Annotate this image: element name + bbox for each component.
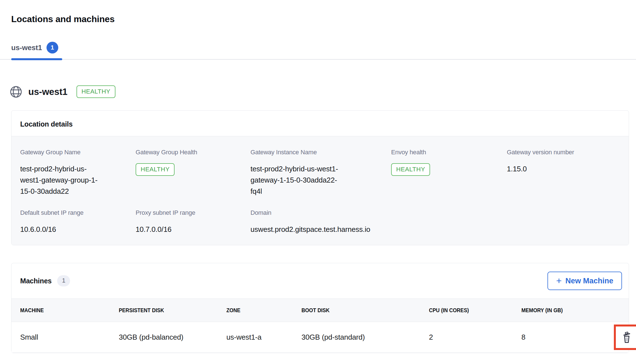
location-heading: us-west1 HEALTHY [10, 85, 636, 98]
tab-bar: us-west1 1 [0, 42, 636, 60]
machines-card: Machines 1 + New Machine MACHINE PERSIST… [11, 263, 629, 353]
field-value: test-prod2-hybrid-us-west1-gateway-group… [20, 163, 100, 197]
new-machine-button[interactable]: + New Machine [547, 272, 622, 290]
machines-header: Machines 1 + New Machine [11, 263, 629, 298]
page-title: Locations and machines [11, 14, 636, 24]
cell-persistent-disk: 30GB (pd-balanced) [119, 333, 226, 342]
gateway-group-health-badge: HEALTHY [136, 163, 175, 176]
column-zone: ZONE [226, 307, 291, 314]
location-details-card: Location details Gateway Group Name test… [11, 110, 629, 245]
field-label: Gateway Group Health [136, 149, 250, 156]
column-machine: MACHINE [20, 307, 105, 314]
field-gateway-group-health: Gateway Group Health HEALTHY [136, 149, 250, 197]
field-label: Gateway Group Name [20, 149, 136, 156]
cell-cpu: 2 [429, 333, 521, 342]
field-domain: Domain uswest.prod2.gitspace.test.harnes… [250, 209, 391, 235]
machine-table-row: Small 30GB (pd-balanced) us-west1-a 30GB… [11, 322, 629, 353]
location-status-badge: HEALTHY [76, 85, 115, 98]
field-label: Domain [250, 209, 391, 216]
field-value: uswest.prod2.gitspace.test.harness.io [250, 224, 391, 235]
field-value: 10.7.0.0/16 [136, 224, 250, 235]
field-label: Default subnet IP range [20, 209, 136, 216]
cell-memory: 8 [521, 333, 614, 342]
column-memory: MEMORY (IN GB) [521, 307, 601, 314]
tab-us-west1[interactable]: us-west1 1 [11, 42, 62, 59]
field-envoy-health: Envoy health HEALTHY [391, 149, 507, 197]
location-details-body: Gateway Group Name test-prod2-hybrid-us-… [11, 136, 629, 245]
machines-table-header: MACHINE PERSISTENT DISK ZONE BOOT DISK C… [11, 298, 629, 322]
plus-icon: + [556, 276, 562, 285]
details-row-2: Default subnet IP range 10.6.0.0/16 Prox… [20, 209, 620, 235]
field-gateway-instance-name: Gateway Instance Name test-prod2-hybrid-… [250, 149, 391, 197]
field-value: 1.15.0 [507, 163, 620, 174]
cell-machine: Small [20, 333, 119, 342]
location-details-title: Location details [11, 111, 629, 136]
field-default-subnet: Default subnet IP range 10.6.0.0/16 [20, 209, 136, 235]
trash-icon [621, 331, 632, 344]
cell-boot-disk: 30GB (pd-standard) [301, 333, 429, 342]
cell-zone: us-west1-a [226, 333, 301, 342]
field-label: Gateway version number [507, 149, 620, 156]
field-gateway-version: Gateway version number 1.15.0 [507, 149, 620, 197]
machines-title: Machines [20, 277, 52, 285]
new-machine-label: New Machine [565, 277, 613, 285]
field-value: 10.6.0.0/16 [20, 224, 136, 235]
field-label: Gateway Instance Name [250, 149, 391, 156]
tab-label: us-west1 [11, 43, 42, 52]
envoy-health-badge: HEALTHY [391, 163, 430, 176]
tab-count-badge: 1 [47, 42, 58, 53]
column-boot-disk: BOOT DISK [301, 307, 411, 314]
field-gateway-group-name: Gateway Group Name test-prod2-hybrid-us-… [20, 149, 136, 197]
field-value: test-prod2-hybrid-us-west1-gateway-1-15-… [250, 163, 348, 197]
globe-icon [10, 86, 22, 98]
field-label: Envoy health [391, 149, 507, 156]
column-persistent-disk: PERSISTENT DISK [119, 307, 211, 314]
location-name: us-west1 [28, 87, 68, 97]
delete-machine-button[interactable] [614, 325, 636, 350]
column-cpu: CPU (IN CORES) [429, 307, 509, 314]
field-label: Proxy subnet IP range [136, 209, 250, 216]
machines-count-badge: 1 [57, 275, 70, 286]
field-proxy-subnet: Proxy subnet IP range 10.7.0.0/16 [136, 209, 250, 235]
details-row-1: Gateway Group Name test-prod2-hybrid-us-… [20, 149, 620, 197]
